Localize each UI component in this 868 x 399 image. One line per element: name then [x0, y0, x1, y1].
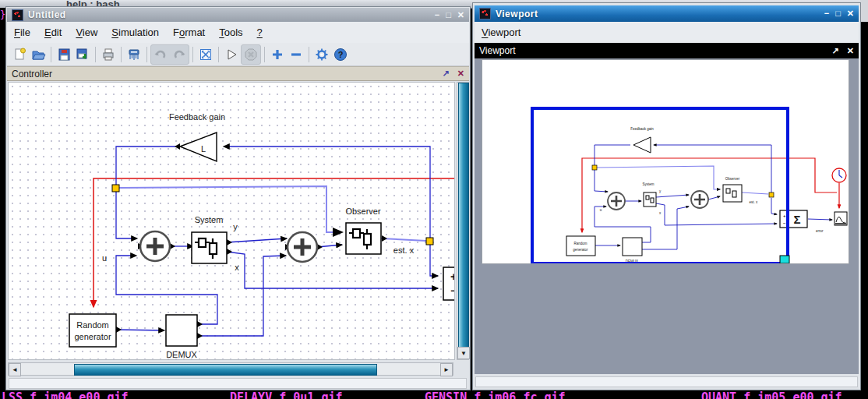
undock-icon[interactable]: ↗: [443, 69, 450, 79]
export-icon[interactable]: [73, 45, 92, 64]
vertical-scrollbar[interactable]: ▼: [457, 82, 469, 360]
new-diagram-icon[interactable]: [10, 45, 29, 64]
demux-block[interactable]: DEMUX: [166, 315, 198, 359]
viewport-panel-header: Viewport ↗ ✕: [475, 43, 859, 58]
redo-icon[interactable]: [170, 45, 189, 64]
undo-icon[interactable]: [151, 45, 170, 64]
overview-diagram: Feedback gain System Observer: [482, 60, 849, 263]
scroll-right-button[interactable]: ►: [440, 363, 453, 376]
viewport-window: Viewport − □ ✕ Viewport Viewport ↗ ✕: [473, 3, 860, 390]
mini-observer-block: Observer: [723, 177, 742, 202]
mini-link-point-2: [769, 192, 774, 197]
mini-demux: DEMUX: [623, 238, 642, 263]
terminal-file-1: LSS_f_im04_e00.gif: [2, 390, 129, 399]
panel-close-icon[interactable]: ✕: [457, 69, 464, 79]
editor-menubar: File Edit View Simulation Format Tools ?: [7, 22, 469, 44]
scroll-left-button[interactable]: ◄: [9, 363, 21, 376]
x-label: x: [235, 263, 239, 272]
svg-text:+: +: [783, 214, 786, 218]
error-sum-block[interactable]: + −: [443, 267, 455, 300]
svg-text:Σ: Σ: [793, 213, 800, 226]
menu-edit[interactable]: Edit: [37, 23, 69, 43]
mini-scope-block: [834, 212, 847, 225]
svg-text:x: x: [659, 211, 662, 215]
close-button[interactable]: ✕: [847, 9, 854, 18]
mini-sum-1: [608, 192, 625, 210]
viewport-panel-title: Viewport: [479, 45, 515, 56]
mini-selected-link: [596, 166, 768, 194]
help-icon[interactable]: ?: [331, 45, 350, 64]
random-generator-block[interactable]: Random generator: [69, 314, 116, 347]
horizontal-scrollbar[interactable]: ◄ ►: [8, 362, 453, 376]
svg-text:−: −: [783, 221, 786, 226]
sum-junction-2[interactable]: [288, 232, 317, 262]
settings-gear-icon[interactable]: [312, 45, 331, 64]
viewport-resize-handle[interactable]: [780, 256, 789, 263]
y-label: y: [233, 222, 238, 231]
viewport-page[interactable]: Feedback gain System Observer: [482, 59, 849, 264]
svg-text:System: System: [642, 182, 654, 186]
undock-icon[interactable]: ↗: [832, 46, 839, 56]
svg-text:est. x: est. x: [750, 200, 759, 204]
system-block[interactable]: System: [192, 215, 227, 263]
fit-diagram-icon[interactable]: [196, 45, 215, 64]
svg-text:u: u: [600, 208, 602, 212]
svg-text:?: ?: [338, 50, 344, 59]
svg-text:generator: generator: [74, 332, 111, 341]
terminal-top-right-corner: [860, 0, 868, 22]
mini-system-block: System: [642, 182, 656, 207]
menu-viewport[interactable]: Viewport: [475, 23, 528, 43]
editor-titlebar[interactable]: Untitled − □ ✕: [7, 8, 469, 22]
observer-block[interactable]: Observer: [345, 207, 381, 254]
menu-tools[interactable]: Tools: [212, 23, 249, 43]
wire-estx-to-plus: [430, 245, 438, 276]
save-icon[interactable]: [55, 45, 73, 64]
viewport-titlebar[interactable]: Viewport − □ ✕: [475, 5, 859, 22]
mini-error-sum: + − Σ: [780, 210, 807, 228]
feedback-gain-label: Feedback gain: [169, 112, 225, 122]
viewport-menubar: Viewport: [475, 22, 859, 44]
vertical-scrollbar-thumb[interactable]: [458, 83, 469, 350]
start-simulation-icon[interactable]: [222, 45, 241, 64]
zoom-out-icon[interactable]: [287, 45, 305, 64]
wire-gain-to-sum1: [116, 147, 180, 238]
link-point-2[interactable]: [426, 238, 433, 245]
sum-junction-1[interactable]: [140, 231, 170, 261]
menu-view[interactable]: View: [69, 23, 104, 43]
menu-simulation[interactable]: Simulation: [104, 23, 166, 43]
system-label: System: [195, 215, 224, 224]
print-icon[interactable]: [99, 45, 118, 64]
minimize-button[interactable]: −: [435, 11, 439, 19]
est-x-label: est. x: [393, 245, 415, 255]
svg-text:−: −: [450, 284, 455, 297]
wire-x-to-minus: [227, 252, 438, 288]
minimize-button[interactable]: −: [824, 9, 829, 18]
scicos-app-icon: [12, 9, 23, 21]
stop-simulation-icon[interactable]: [242, 45, 260, 64]
mini-clock-block: [832, 168, 846, 182]
menu-file[interactable]: File: [7, 23, 37, 43]
controller-diagram: L Feedback gain System y x u: [9, 83, 455, 360]
diagram-canvas[interactable]: L Feedback gain System y x u: [8, 82, 455, 360]
gain-block[interactable]: L Feedback gain: [169, 112, 225, 161]
menu-help[interactable]: ?: [250, 23, 270, 43]
scicos-app-icon: [479, 8, 491, 19]
zoom-in-icon[interactable]: [268, 45, 287, 64]
terminal-file-2: DELAYV_f_0u1.gif: [230, 390, 343, 399]
editor-window: Untitled − □ ✕ File Edit View Simulation…: [6, 7, 470, 390]
menu-format[interactable]: Format: [166, 23, 212, 43]
open-icon[interactable]: [29, 45, 48, 64]
panel-close-icon[interactable]: ✕: [847, 46, 854, 56]
maximize-button[interactable]: □: [446, 11, 451, 19]
svg-text:y: y: [659, 189, 662, 193]
delete-shredder-icon[interactable]: [125, 45, 143, 64]
link-point-1[interactable]: [112, 185, 119, 192]
close-button[interactable]: ✕: [457, 11, 464, 19]
controller-panel-header: Controller ↗ ✕: [7, 66, 469, 81]
scroll-down-button[interactable]: ▼: [457, 347, 470, 359]
horizontal-scrollbar-thumb[interactable]: [74, 364, 377, 376]
terminal-file-3: GENSIN_f_im06_fc.gif: [425, 390, 566, 399]
mini-sum-2: [691, 191, 708, 208]
maximize-button[interactable]: □: [835, 9, 841, 18]
editor-statusbar: [9, 378, 467, 389]
